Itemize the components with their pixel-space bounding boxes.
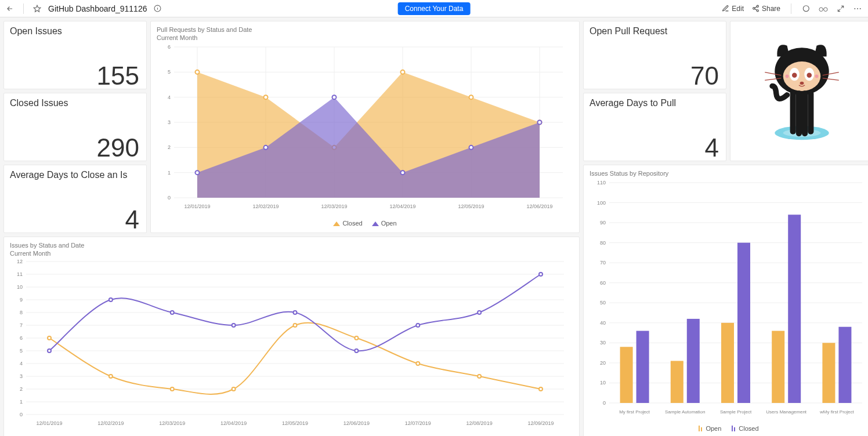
svg-rect-101 — [737, 243, 750, 403]
svg-text:6: 6 — [168, 44, 171, 50]
fullscreen-icon[interactable] — [837, 5, 845, 13]
chart-issues-by-date[interactable]: Issues by Status and Date Current Month … — [3, 237, 580, 436]
svg-text:Sample Automation: Sample Automation — [665, 409, 705, 415]
more-icon[interactable] — [853, 4, 862, 13]
svg-text:1: 1 — [20, 399, 23, 405]
svg-text:8: 8 — [20, 310, 23, 315]
svg-marker-53 — [372, 221, 379, 226]
svg-text:12/03/2019: 12/03/2019 — [159, 420, 185, 426]
svg-point-5 — [753, 8, 755, 9]
svg-text:6: 6 — [20, 335, 23, 341]
share-label: Share — [762, 5, 780, 13]
svg-text:12/05/2019: 12/05/2019 — [458, 204, 484, 209]
svg-rect-95 — [636, 331, 649, 403]
svg-point-162 — [416, 324, 419, 327]
svg-text:90: 90 — [600, 220, 606, 226]
kpi-title: Average Days to Close an Is — [10, 170, 140, 180]
connect-data-button[interactable]: Connect Your Data — [398, 2, 471, 15]
back-icon[interactable] — [6, 5, 14, 13]
svg-rect-111 — [734, 427, 735, 431]
svg-text:30: 30 — [600, 340, 606, 346]
svg-point-49 — [401, 170, 405, 175]
svg-text:7: 7 — [20, 322, 23, 328]
svg-text:12/04/2019: 12/04/2019 — [220, 420, 247, 426]
svg-text:100: 100 — [597, 200, 606, 206]
chart-subtitle: Current Month — [10, 250, 573, 257]
chart-pull-requests[interactable]: Pull Requests by Status and Date Current… — [150, 21, 580, 233]
svg-point-41 — [264, 95, 268, 99]
info-icon[interactable] — [154, 5, 161, 12]
bar-chart-svg: 0102030405060708090100110My first Projec… — [589, 177, 868, 420]
svg-point-48 — [332, 95, 337, 99]
svg-text:12/02/2019: 12/02/2019 — [97, 420, 124, 426]
svg-point-10 — [824, 8, 827, 11]
svg-point-47 — [264, 146, 268, 150]
svg-point-156 — [48, 349, 51, 353]
star-icon[interactable] — [33, 5, 41, 13]
svg-text:0: 0 — [20, 412, 23, 417]
svg-rect-97 — [671, 361, 683, 403]
svg-rect-107 — [838, 327, 851, 403]
svg-point-11 — [854, 8, 855, 9]
svg-text:0: 0 — [168, 195, 171, 201]
svg-text:80: 80 — [600, 240, 606, 246]
svg-marker-0 — [34, 5, 41, 12]
svg-text:12/07/2019: 12/07/2019 — [405, 420, 431, 426]
kpi-avg-close[interactable]: Average Days to Close an Is 4 — [3, 165, 147, 233]
legend-open: Open — [381, 220, 397, 227]
divider — [791, 3, 791, 14]
svg-point-60 — [792, 73, 797, 78]
comment-icon[interactable] — [802, 5, 810, 13]
kpi-open-pr[interactable]: Open Pull Request 70 — [583, 21, 726, 89]
svg-point-4 — [757, 5, 758, 7]
svg-point-9 — [819, 8, 823, 11]
svg-text:5: 5 — [168, 69, 171, 75]
kpi-title: Open Pull Request — [589, 26, 720, 37]
svg-point-147 — [48, 336, 51, 340]
svg-text:3: 3 — [168, 119, 171, 125]
svg-point-12 — [857, 8, 858, 9]
svg-point-155 — [539, 387, 542, 391]
svg-text:10: 10 — [17, 284, 23, 290]
svg-text:10: 10 — [600, 380, 606, 386]
svg-text:12/02/2019: 12/02/2019 — [252, 204, 279, 209]
svg-point-62 — [800, 82, 804, 85]
svg-text:12/06/2019: 12/06/2019 — [526, 204, 552, 209]
kpi-value: 155 — [97, 63, 139, 89]
legend: Open Closed — [589, 425, 867, 432]
svg-text:5: 5 — [20, 348, 23, 354]
kpi-closed-issues[interactable]: Closed Issues 290 — [3, 93, 147, 161]
svg-point-161 — [355, 349, 358, 353]
svg-point-150 — [232, 387, 236, 391]
chart-issues-by-repo[interactable]: Issues Status by Repository 010203040506… — [583, 165, 868, 436]
edit-button[interactable]: Edit — [722, 5, 744, 13]
svg-line-7 — [755, 7, 757, 8]
svg-text:wMy first Project: wMy first Project — [819, 409, 854, 415]
svg-line-8 — [755, 9, 757, 10]
svg-point-164 — [539, 272, 542, 276]
divider — [23, 3, 24, 14]
svg-text:60: 60 — [600, 280, 606, 286]
svg-text:0: 0 — [603, 400, 606, 406]
legend-open: Open — [706, 425, 721, 432]
preview-icon[interactable] — [818, 5, 829, 13]
svg-text:70: 70 — [600, 260, 606, 266]
svg-text:20: 20 — [600, 360, 606, 366]
svg-rect-109 — [701, 427, 702, 431]
svg-text:12/01/2019: 12/01/2019 — [184, 204, 210, 209]
svg-text:110: 110 — [597, 180, 606, 186]
share-button[interactable]: Share — [752, 5, 780, 13]
svg-point-154 — [478, 375, 481, 378]
legend: Closed Open — [157, 220, 573, 227]
svg-text:12/03/2019: 12/03/2019 — [321, 204, 347, 209]
kpi-avg-pull[interactable]: Average Days to Pull 4 — [583, 93, 726, 161]
svg-point-13 — [860, 8, 861, 9]
legend-closed: Closed — [342, 220, 362, 227]
svg-text:12/01/2019: 12/01/2019 — [36, 420, 62, 426]
kpi-open-issues[interactable]: Open Issues 155 — [3, 21, 147, 89]
chart-subtitle: Current Month — [157, 34, 573, 41]
dashboard-title[interactable]: GitHub Dashboard_911126 — [48, 4, 147, 13]
svg-point-148 — [109, 375, 113, 378]
kpi-value: 4 — [125, 207, 139, 232]
svg-point-158 — [171, 311, 174, 314]
